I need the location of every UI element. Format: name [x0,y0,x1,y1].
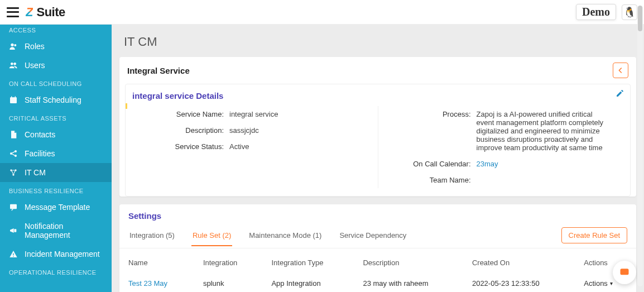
main-content: IT CM Integral Service integral service … [112,25,644,292]
settings-tabs: Integration (5)Rule Set (2)Maintenance M… [119,223,636,248]
service-name-value: integral service [229,110,363,118]
service-name-label: Service Name: [146,110,229,118]
roles-icon [9,42,18,51]
sidebar-item-staff-scheduling[interactable]: Staff Scheduling [0,90,112,109]
status-label: Service Status: [146,142,229,151]
warning-icon [9,250,18,259]
sidebar-item-label: Notification Management [25,222,103,240]
col-created-on: Created On [463,252,575,274]
doc-icon [9,130,18,139]
back-button[interactable] [613,63,628,78]
sidebar-item-label: Contacts [25,130,55,139]
sidebar-item-message-template[interactable]: Message Template [0,198,112,217]
sidebar-item-label: Incident Management [25,250,100,259]
edit-icon[interactable] [616,89,624,98]
calendar-value[interactable]: 23may [477,160,611,168]
details-title: integral service Details [131,89,624,106]
create-rule-set-button[interactable]: Create Rule Set [561,227,628,243]
sidebar-item-label: Roles [25,42,45,51]
scrollbar-thumb[interactable] [638,6,642,31]
tab-integration-5[interactable]: Integration (5) [128,224,176,246]
col-name: Name [119,252,194,274]
sidebar-heading: BUSINESS RESILIENCE [0,182,112,198]
process-label: Process: [393,110,477,118]
sidebar-item-notification-management[interactable]: Notification Management [0,217,112,245]
sidebar-item-users[interactable]: Users [0,56,112,75]
tab-rule-set-2[interactable]: Rule Set (2) [191,224,232,246]
team-label: Team Name: [393,176,477,184]
settings-panel: Settings Integration (5)Rule Set (2)Main… [119,204,636,292]
sidebar: ACCESSRolesUsersON CALL SCHEDULINGStaff … [0,25,112,292]
sidebar-item-it-cm[interactable]: IT CM [0,163,112,182]
row-created-on: 2022-05-23 12:33:50 [463,274,575,292]
rule-set-table: Name Integration Integration Type Descri… [119,252,636,292]
row-integration: splunk [194,274,263,292]
arrow-left-icon [616,66,625,75]
message-icon [9,203,18,212]
megaphone-icon [9,226,18,235]
page-title: IT CM [112,25,644,57]
users-icon [9,61,18,70]
col-integration-type: Integration Type [262,252,354,274]
demo-badge: Demo [576,4,616,20]
sidebar-item-label: Users [25,61,45,70]
status-value: Active [229,142,363,151]
col-integration: Integration [194,252,263,274]
calendar-label: On Call Calendar: [393,160,477,168]
description-value: sassjcjdc [229,126,363,135]
sidebar-item-label: Staff Scheduling [25,95,81,104]
sidebar-item-roles[interactable]: Roles [0,37,112,56]
process-value: Zapoj is a AI-powered unified critical e… [477,110,611,152]
description-label: Description: [146,126,229,135]
row-name[interactable]: Test 23 May [119,274,194,292]
sidebar-item-label: IT CM [25,168,46,177]
col-description: Description [354,252,463,274]
sidebar-heading: ACCESS [0,26,112,37]
chat-icon [619,267,630,278]
row-integration-type: App Integration [262,274,354,292]
panel-title: Integral Service [127,66,190,75]
share-icon [9,149,18,158]
table-row: Test 23 May splunk App Integration 23 ma… [119,274,636,292]
sidebar-item-incident-management[interactable]: Incident Management [0,245,112,264]
service-panel: Integral Service integral service Detail… [119,57,636,197]
brand-logo[interactable]: Z Suite [26,5,65,20]
topbar: Z Suite Demo 🐧 [0,0,644,25]
details-right-column: Process: Zapoj is a AI-powered unified c… [378,106,625,188]
chat-fab[interactable] [613,261,636,284]
row-description: 23 may with raheem [354,274,463,292]
tab-service-dependency[interactable]: Service Dependency [338,224,407,246]
sidebar-heading: ON CALL SCHEDULING [0,75,112,90]
calendar-icon [9,95,18,104]
brand-z-icon: Z [26,5,33,20]
sidebar-heading: OPERATIONAL RESILIENCE [0,264,112,279]
settings-title: Settings [119,204,636,223]
row-actions-dropdown[interactable]: Actions ▾ [584,279,613,288]
sidebar-heading: CRITICAL ASSETS [0,109,112,125]
sidebar-item-facilities[interactable]: Facilities [0,144,112,163]
browser-scrollbar[interactable] [637,6,643,286]
details-card: integral service Details Service Name: i… [125,84,631,197]
details-left-column: Service Name: integral service Descripti… [131,106,378,188]
sidebar-item-label: Facilities [25,149,55,158]
user-avatar-icon[interactable]: 🐧 [622,4,637,20]
network-icon [9,168,18,177]
caret-down-icon: ▾ [610,280,613,286]
brand-suite-label: Suite [36,5,65,20]
menu-toggle-icon[interactable] [7,7,19,17]
sidebar-item-label: Message Template [25,203,90,212]
sidebar-item-contacts[interactable]: Contacts [0,125,112,144]
accent-bar [126,103,127,109]
tab-maintenance-mode-1[interactable]: Maintenance Mode (1) [248,224,323,246]
